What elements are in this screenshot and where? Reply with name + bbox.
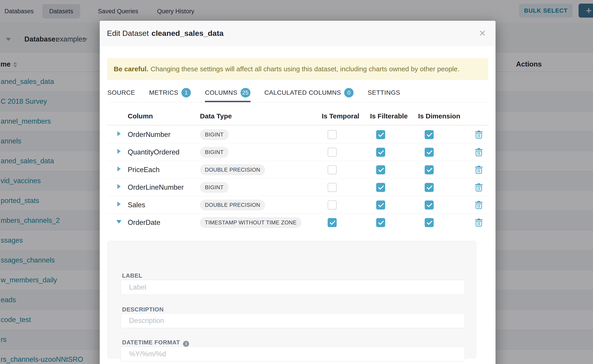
is-filterable-checkbox[interactable]: [376, 130, 385, 139]
tab-count-badge: 25: [241, 88, 250, 98]
tab-settings[interactable]: SETTINGS: [368, 88, 400, 102]
is-dimension-checkbox[interactable]: [425, 148, 434, 157]
close-icon[interactable]: ✕: [476, 27, 489, 40]
edit-dataset-modal: Edit Dataset cleaned_sales_data ✕ Be car…: [100, 21, 495, 364]
is-temporal-header: Is Temporal: [322, 112, 359, 120]
expand-caret-icon[interactable]: [117, 166, 121, 171]
column-name: OrderLineNumber: [128, 183, 184, 191]
label-field-label: LABEL: [122, 272, 142, 279]
data-type-pill: BIGINT: [200, 147, 229, 158]
column-row-QuantityOrdered: QuantityOrderedBIGINT: [107, 143, 488, 161]
is-filterable-checkbox[interactable]: [376, 201, 385, 209]
is-dimension-checkbox[interactable]: [425, 201, 434, 209]
is-filterable-checkbox[interactable]: [376, 165, 385, 174]
tab-label: METRICS: [149, 89, 178, 96]
modal-tabs: SOURCEMETRICS1COLUMNS25CALCULATED COLUMN…: [107, 88, 400, 102]
column-row-OrderLineNumber: OrderLineNumberBIGINT: [107, 179, 488, 196]
collapse-caret-icon[interactable]: [116, 220, 121, 223]
column-name: PriceEach: [128, 166, 159, 174]
is-dimension-checkbox[interactable]: [425, 183, 434, 192]
tab-columns[interactable]: COLUMNS25: [205, 88, 250, 102]
modal-header: Edit Dataset cleaned_sales_data ✕: [100, 21, 495, 46]
column-row-Sales: SalesDOUBLE PRECISION: [107, 196, 488, 214]
label-input[interactable]: [121, 280, 465, 295]
is-temporal-checkbox[interactable]: [328, 183, 337, 192]
is-temporal-checkbox[interactable]: [328, 148, 337, 157]
delete-column-icon[interactable]: [476, 130, 482, 139]
column-name: OrderDate: [128, 219, 160, 227]
data-type-pill: BIGINT: [200, 129, 229, 140]
column-name: Sales: [128, 201, 145, 209]
data-type-pill: DOUBLE PRECISION: [200, 164, 265, 175]
is-filterable-checkbox[interactable]: [376, 148, 385, 157]
delete-column-icon[interactable]: [476, 201, 482, 209]
expand-caret-icon[interactable]: [117, 131, 121, 136]
delete-column-icon[interactable]: [476, 148, 482, 156]
delete-column-icon[interactable]: [476, 219, 482, 227]
is-dimension-header: Is Dimension: [418, 112, 460, 120]
delete-column-icon[interactable]: [476, 166, 482, 174]
is-dimension-checkbox[interactable]: [425, 165, 434, 174]
tab-label: COLUMNS: [205, 89, 237, 96]
datetime-format-label-text: DATETIME FORMAT: [122, 339, 180, 346]
tab-label: SOURCE: [107, 89, 135, 96]
column-detail-panel: LABEL DESCRIPTION DATETIME FORMATi: [107, 241, 476, 358]
data-type-pill: BIGINT: [200, 182, 229, 193]
columns-table-header: Column Data Type Is Temporal Is Filterab…: [107, 108, 488, 125]
column-row-OrderDate: OrderDateTIMESTAMP WITHOUT TIME ZONE: [107, 214, 488, 231]
info-icon[interactable]: i: [183, 341, 189, 347]
tab-calculated-columns[interactable]: CALCULATED COLUMNS0: [264, 88, 354, 102]
column-row-PriceEach: PriceEachDOUBLE PRECISION: [107, 161, 488, 179]
expand-caret-icon[interactable]: [117, 149, 121, 154]
column-row-OrderNumber: OrderNumberBIGINT: [107, 126, 488, 143]
tab-source[interactable]: SOURCE: [107, 88, 135, 102]
data-type-header: Data Type: [200, 112, 232, 120]
is-temporal-checkbox[interactable]: [328, 130, 337, 139]
is-temporal-checkbox[interactable]: [328, 201, 337, 209]
tab-metrics[interactable]: METRICS1: [149, 88, 191, 102]
data-type-pill: DOUBLE PRECISION: [200, 200, 265, 210]
description-input[interactable]: [121, 313, 465, 328]
data-type-pill: TIMESTAMP WITHOUT TIME ZONE: [200, 217, 302, 228]
column-name: OrderNumber: [128, 130, 171, 139]
description-field-label: DESCRIPTION: [122, 306, 164, 313]
expand-caret-icon[interactable]: [117, 202, 121, 207]
is-dimension-checkbox[interactable]: [425, 218, 434, 227]
column-header: Column: [128, 112, 153, 120]
datetime-format-input[interactable]: [121, 347, 465, 362]
datetime-format-field-label: DATETIME FORMATi: [122, 339, 189, 347]
expand-caret-icon[interactable]: [117, 184, 121, 189]
is-filterable-checkbox[interactable]: [376, 218, 385, 227]
tabs-baseline: [107, 102, 488, 102]
tab-count-badge: 0: [344, 88, 354, 98]
is-temporal-checkbox[interactable]: [328, 218, 337, 227]
warning-banner: Be careful. Changing these settings will…: [107, 58, 488, 80]
warning-banner-text: Changing these settings will affect all …: [151, 65, 459, 73]
is-filterable-checkbox[interactable]: [376, 183, 385, 192]
tab-label: CALCULATED COLUMNS: [264, 89, 341, 96]
tab-count-badge: 1: [181, 88, 191, 98]
column-name: QuantityOrdered: [128, 148, 179, 156]
modal-title-prefix: Edit Dataset: [107, 29, 149, 38]
is-dimension-checkbox[interactable]: [425, 130, 434, 139]
warning-banner-bold: Be careful.: [114, 65, 148, 73]
tab-label: SETTINGS: [368, 89, 400, 96]
is-filterable-header: Is Filterable: [370, 112, 408, 120]
is-temporal-checkbox[interactable]: [328, 165, 337, 174]
modal-title: Edit Dataset cleaned_sales_data: [107, 21, 224, 46]
delete-column-icon[interactable]: [476, 183, 482, 191]
modal-title-dataset-name: cleaned_sales_data: [152, 29, 223, 38]
